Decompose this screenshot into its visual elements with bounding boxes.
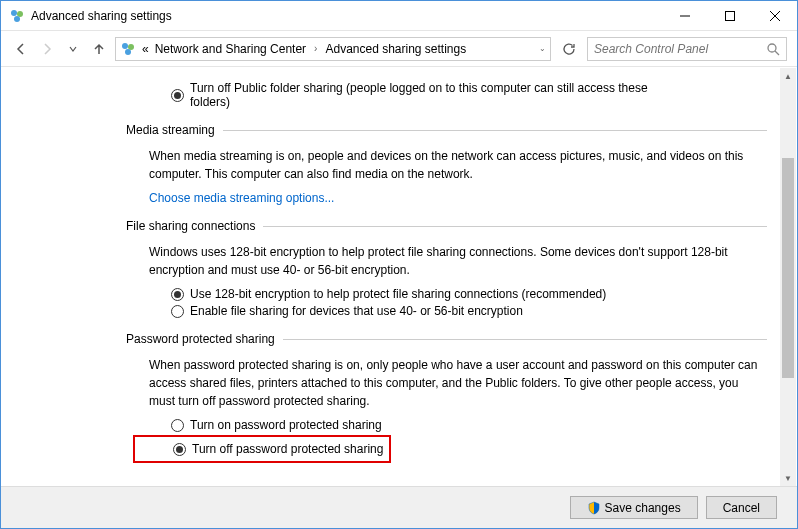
svg-point-6 bbox=[125, 49, 131, 55]
file-sharing-heading: File sharing connections bbox=[126, 219, 767, 233]
close-button[interactable] bbox=[752, 1, 797, 30]
search-box[interactable] bbox=[587, 37, 787, 61]
radio-label: Turn on password protected sharing bbox=[190, 418, 382, 432]
highlight-box: Turn off password protected sharing bbox=[133, 435, 391, 463]
search-icon bbox=[766, 42, 780, 56]
password-sharing-desc: When password protected sharing is on, o… bbox=[149, 356, 767, 410]
svg-point-4 bbox=[122, 43, 128, 49]
scroll-up-arrow[interactable]: ▲ bbox=[780, 68, 796, 84]
window-title: Advanced sharing settings bbox=[31, 9, 662, 23]
breadcrumb-prefix[interactable]: « bbox=[140, 42, 151, 56]
titlebar: Advanced sharing settings bbox=[1, 1, 797, 31]
button-label: Save changes bbox=[605, 501, 681, 515]
radio-icon bbox=[171, 89, 184, 102]
svg-rect-3 bbox=[725, 11, 734, 20]
media-streaming-desc: When media streaming is on, people and d… bbox=[149, 147, 767, 183]
radio-label: Turn off password protected sharing bbox=[192, 442, 383, 456]
breadcrumb-dropdown[interactable]: ⌄ bbox=[535, 44, 546, 53]
save-changes-button[interactable]: Save changes bbox=[570, 496, 698, 519]
svg-point-2 bbox=[14, 16, 20, 22]
button-label: Cancel bbox=[723, 501, 760, 515]
scroll-down-arrow[interactable]: ▼ bbox=[780, 470, 796, 486]
minimize-button[interactable] bbox=[662, 1, 707, 30]
breadcrumb-item-2[interactable]: Advanced sharing settings bbox=[323, 42, 468, 56]
footer: Save changes Cancel bbox=[1, 486, 797, 528]
radio-icon bbox=[171, 288, 184, 301]
breadcrumb-icon bbox=[120, 41, 136, 57]
breadcrumb-item-1[interactable]: Network and Sharing Center bbox=[153, 42, 308, 56]
media-streaming-options-link[interactable]: Choose media streaming options... bbox=[149, 191, 767, 205]
password-sharing-on-radio[interactable]: Turn on password protected sharing bbox=[171, 418, 767, 432]
breadcrumb[interactable]: « Network and Sharing Center › Advanced … bbox=[115, 37, 551, 61]
password-sharing-heading: Password protected sharing bbox=[126, 332, 767, 346]
encryption-128-radio[interactable]: Use 128-bit encryption to help protect f… bbox=[171, 287, 767, 301]
radio-icon bbox=[173, 443, 186, 456]
recent-dropdown[interactable] bbox=[63, 39, 83, 59]
search-input[interactable] bbox=[594, 42, 766, 56]
content-area: Turn off Public folder sharing (people l… bbox=[1, 68, 797, 486]
file-sharing-desc: Windows uses 128-bit encryption to help … bbox=[149, 243, 767, 279]
svg-point-5 bbox=[128, 44, 134, 50]
cancel-button[interactable]: Cancel bbox=[706, 496, 777, 519]
svg-point-7 bbox=[768, 44, 776, 52]
svg-point-1 bbox=[17, 11, 23, 17]
app-icon bbox=[9, 8, 25, 24]
media-streaming-heading: Media streaming bbox=[126, 123, 767, 137]
scroll-thumb[interactable] bbox=[782, 158, 794, 378]
password-sharing-off-radio[interactable]: Turn off password protected sharing bbox=[173, 442, 383, 456]
scrollbar[interactable]: ▲ ▼ bbox=[780, 68, 796, 486]
chevron-right-icon: › bbox=[310, 43, 321, 54]
radio-icon bbox=[171, 419, 184, 432]
up-button[interactable] bbox=[89, 39, 109, 59]
forward-button[interactable] bbox=[37, 39, 57, 59]
back-button[interactable] bbox=[11, 39, 31, 59]
refresh-button[interactable] bbox=[557, 37, 581, 61]
public-folder-off-radio[interactable]: Turn off Public folder sharing (people l… bbox=[171, 81, 767, 109]
radio-label: Enable file sharing for devices that use… bbox=[190, 304, 523, 318]
radio-icon bbox=[171, 305, 184, 318]
radio-label: Use 128-bit encryption to help protect f… bbox=[190, 287, 606, 301]
radio-label: Turn off Public folder sharing (people l… bbox=[190, 81, 670, 109]
navbar: « Network and Sharing Center › Advanced … bbox=[1, 31, 797, 67]
maximize-button[interactable] bbox=[707, 1, 752, 30]
shield-icon bbox=[587, 501, 601, 515]
encryption-40-56-radio[interactable]: Enable file sharing for devices that use… bbox=[171, 304, 767, 318]
window: Advanced sharing settings « Network and … bbox=[0, 0, 798, 529]
svg-point-0 bbox=[11, 10, 17, 16]
